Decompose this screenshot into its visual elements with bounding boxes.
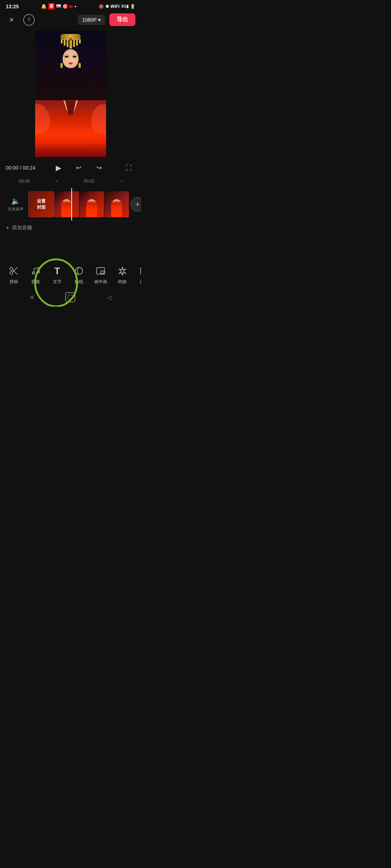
scissors-icon bbox=[8, 265, 20, 277]
status-time: 13:25 bbox=[6, 4, 19, 9]
status-notifications: 🔔 菜 🗺 🎯 ▶ • bbox=[41, 3, 76, 10]
effects-label: 特效 bbox=[118, 279, 127, 285]
sticker-label: 贴纸 bbox=[75, 279, 83, 285]
timeline-track: 🔈 关闭原声 设置 封面 + bbox=[0, 188, 141, 221]
svg-rect-9 bbox=[101, 271, 104, 273]
svg-line-4 bbox=[12, 267, 17, 272]
battery-icon: 🔋 bbox=[130, 4, 135, 9]
video-background bbox=[35, 31, 106, 157]
add-audio-label: 添加音频 bbox=[12, 225, 32, 231]
toolbar-wrapper: 剪辑 音频 T 文字 bbox=[0, 262, 141, 288]
add-clip-button[interactable]: + bbox=[130, 197, 141, 212]
video-preview bbox=[0, 28, 141, 158]
original-audio-control[interactable]: 🔈 关闭原声 bbox=[3, 194, 28, 214]
export-button[interactable]: 导出 bbox=[109, 13, 135, 26]
effects-icon bbox=[117, 265, 128, 277]
pip-icon bbox=[95, 265, 106, 277]
toolbar-item-pip[interactable]: 画中画 bbox=[90, 264, 112, 286]
svg-rect-11 bbox=[140, 271, 141, 274]
ruler-mark-2: 00:02 bbox=[84, 179, 94, 184]
video-clip-2[interactable] bbox=[79, 191, 104, 217]
svg-rect-10 bbox=[140, 268, 141, 269]
toolbar-items: 剪辑 音频 T 文字 bbox=[0, 262, 141, 288]
time-separator: / bbox=[20, 165, 23, 171]
ruler-dot-2 bbox=[121, 180, 122, 182]
help-button[interactable]: ? bbox=[23, 14, 35, 26]
wifi-icon: WiFi bbox=[110, 4, 119, 9]
cut-label: 剪辑 bbox=[9, 279, 18, 285]
redo-button[interactable]: ↪ bbox=[93, 161, 106, 174]
upper-bg bbox=[35, 31, 106, 100]
home-square-icon bbox=[68, 295, 73, 300]
mute-icon: 🔕 bbox=[98, 4, 104, 9]
clip-figure-2 bbox=[86, 199, 97, 217]
sleeve-right bbox=[88, 102, 106, 135]
cover-clip-text: 设置 封面 bbox=[37, 198, 46, 210]
home-bar: ≡ ◁ bbox=[0, 289, 141, 307]
earring-left bbox=[60, 63, 63, 68]
chevron-down-icon: ▾ bbox=[98, 17, 101, 23]
bottom-toolbar: 剪辑 音频 T 文字 bbox=[0, 259, 141, 289]
menu-icon[interactable]: ≡ bbox=[30, 294, 34, 301]
template-label: 素材 bbox=[140, 279, 141, 285]
resolution-button[interactable]: 1080P ▾ bbox=[78, 15, 105, 25]
ruler-marks: 00:00 00:02 bbox=[6, 179, 135, 184]
target-icon: 🎯 bbox=[62, 4, 68, 9]
play-button[interactable]: ▶ bbox=[52, 161, 65, 174]
sticker-icon bbox=[73, 265, 85, 277]
text-icon: T bbox=[51, 265, 63, 277]
map-icon: 🗺 bbox=[56, 4, 61, 9]
fullscreen-button[interactable]: ⛶ bbox=[122, 161, 135, 174]
playhead bbox=[71, 188, 72, 221]
sleeve-left bbox=[35, 102, 53, 135]
pip-label: 画中画 bbox=[94, 279, 107, 285]
video-frame bbox=[35, 31, 106, 157]
player-controls: 00:00 / 00:24 ▶ ↩ ↪ ⛶ bbox=[0, 158, 141, 177]
cai-icon: 菜 bbox=[48, 3, 55, 10]
add-audio-button[interactable]: + 添加音频 bbox=[6, 225, 32, 231]
back-button[interactable]: ◁ bbox=[107, 294, 111, 301]
play-icon: ▶ bbox=[70, 4, 73, 9]
top-bar-right: 1080P ▾ 导出 bbox=[78, 13, 135, 26]
svg-line-3 bbox=[12, 269, 17, 275]
clip-figure-3 bbox=[111, 199, 122, 217]
music-icon bbox=[30, 265, 41, 277]
dot-icon: • bbox=[75, 4, 76, 9]
earring-right bbox=[79, 63, 81, 68]
portrait-content bbox=[35, 31, 106, 157]
toolbar-item-text[interactable]: T 文字 bbox=[46, 264, 68, 286]
time-display: 00:00 / 00:24 bbox=[6, 165, 35, 171]
toolbar-item-cut[interactable]: 剪辑 bbox=[3, 264, 25, 286]
text-label: 文字 bbox=[53, 279, 62, 285]
edit-area: 🔈 关闭原声 设置 封面 + bbox=[0, 185, 141, 238]
svg-point-7 bbox=[75, 267, 83, 275]
toolbar-item-effects[interactable]: 特效 bbox=[112, 264, 133, 286]
signal-icon: 3G▮ bbox=[121, 4, 129, 9]
face bbox=[63, 49, 79, 68]
crown-spikes bbox=[60, 39, 81, 48]
undo-button[interactable]: ↩ bbox=[72, 161, 85, 174]
video-clip-1[interactable] bbox=[54, 191, 79, 217]
outfit-area bbox=[35, 100, 106, 157]
toolbar-item-audio[interactable]: 音频 bbox=[25, 264, 46, 286]
current-time: 00:00 bbox=[6, 165, 18, 171]
close-button[interactable]: × bbox=[6, 14, 17, 26]
add-audio-plus-icon: + bbox=[6, 225, 9, 231]
add-audio-row: + 添加音频 bbox=[0, 221, 141, 235]
edit-spacer bbox=[0, 238, 141, 259]
clip-figure-1 bbox=[61, 199, 72, 217]
audio-label: 音频 bbox=[31, 279, 40, 285]
top-bar: × ? 1080P ▾ 导出 bbox=[0, 11, 141, 28]
toolbar-item-sticker[interactable]: 贴纸 bbox=[68, 264, 90, 286]
status-right-icons: 🔕 ✱ WiFi 3G▮ 🔋 bbox=[98, 4, 135, 9]
ruler-dot-1 bbox=[56, 180, 58, 182]
home-button[interactable] bbox=[65, 292, 75, 302]
top-bar-left: × ? bbox=[6, 14, 35, 26]
total-time: 00:24 bbox=[23, 165, 35, 171]
toolbar-item-template[interactable]: 素材 bbox=[133, 264, 141, 286]
qq-icon: 🔔 bbox=[41, 4, 47, 9]
cover-clip[interactable]: 设置 封面 bbox=[28, 191, 54, 217]
video-clip-3[interactable] bbox=[104, 191, 129, 217]
template-icon bbox=[138, 265, 141, 277]
vneck bbox=[65, 100, 76, 115]
